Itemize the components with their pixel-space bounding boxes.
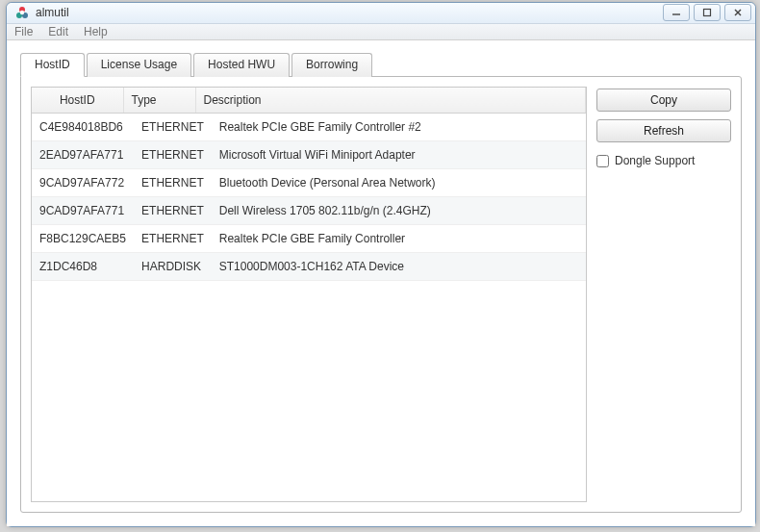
cell-hostid: C4E984018BD6 <box>32 114 134 141</box>
cell-description: ST1000DM003-1CH162 ATA Device <box>212 253 586 281</box>
table-row[interactable]: Z1DC46D8HARDDISKST1000DM003-1CH162 ATA D… <box>32 253 586 281</box>
svg-rect-5 <box>704 10 711 16</box>
menu-file[interactable]: File <box>14 25 33 38</box>
menubar: File Edit Help <box>7 24 755 40</box>
app-window: almutil File Edit Help HostID License Us… <box>6 2 756 527</box>
table-row[interactable]: 9CAD97AFA771ETHERNETDell Wireless 1705 8… <box>32 197 586 225</box>
cell-hostid: Z1DC46D8 <box>32 253 134 281</box>
col-header-hostid[interactable]: HostID <box>32 88 123 114</box>
table-body-scroll[interactable]: C4E984018BD6ETHERNETRealtek PCIe GBE Fam… <box>32 114 586 501</box>
table-header-row: HostID Type Description <box>32 88 586 114</box>
tab-license-usage[interactable]: License Usage <box>87 53 191 77</box>
maximize-button[interactable] <box>694 4 721 21</box>
side-button-panel: Copy Refresh Dongle Support <box>596 87 731 502</box>
cell-type: HARDDISK <box>134 253 212 281</box>
cell-description: Realtek PCIe GBE Family Controller <box>212 225 586 253</box>
cell-hostid: 9CAD97AFA772 <box>32 169 134 197</box>
table-row[interactable]: F8BC129CAEB5ETHERNETRealtek PCIe GBE Fam… <box>32 225 586 253</box>
cell-description: Dell Wireless 1705 802.11b/g/n (2.4GHZ) <box>212 197 586 225</box>
window-controls <box>663 4 751 21</box>
cell-description: Microsoft Virtual WiFi Miniport Adapter <box>212 141 586 169</box>
table-row[interactable]: 2EAD97AFA771ETHERNETMicrosoft Virtual Wi… <box>32 141 586 169</box>
tab-panel-hostid: HostID Type Description C4E984018BD6ETHE… <box>20 76 742 513</box>
cell-description: Realtek PCIe GBE Family Controller #2 <box>212 114 586 141</box>
cell-hostid: 9CAD97AFA771 <box>32 197 134 225</box>
dongle-support-checkbox[interactable] <box>596 155 609 167</box>
dongle-support-label: Dongle Support <box>615 154 695 167</box>
col-header-description[interactable]: Description <box>195 88 586 114</box>
cell-hostid: 2EAD97AFA771 <box>32 141 134 169</box>
content-area: HostID License Usage Hosted HWU Borrowin… <box>7 40 755 526</box>
tabstrip: HostID License Usage Hosted HWU Borrowin… <box>20 52 742 76</box>
table-row[interactable]: 9CAD97AFA772ETHERNETBluetooth Device (Pe… <box>32 169 586 197</box>
col-header-type[interactable]: Type <box>123 88 195 114</box>
minimize-button[interactable] <box>663 4 690 21</box>
cell-type: ETHERNET <box>134 225 212 253</box>
cell-description: Bluetooth Device (Personal Area Network) <box>212 169 586 197</box>
dongle-support-row[interactable]: Dongle Support <box>596 154 731 167</box>
menu-help[interactable]: Help <box>84 25 108 38</box>
table-row[interactable]: C4E984018BD6ETHERNETRealtek PCIe GBE Fam… <box>32 114 586 141</box>
tab-hostid[interactable]: HostID <box>20 53 85 77</box>
tab-borrowing[interactable]: Borrowing <box>291 53 372 77</box>
titlebar: almutil <box>7 3 755 24</box>
close-button[interactable] <box>724 4 751 21</box>
hostid-table: HostID Type Description C4E984018BD6ETHE… <box>31 87 587 502</box>
svg-point-3 <box>20 11 24 14</box>
window-title: almutil <box>36 6 69 19</box>
refresh-button[interactable]: Refresh <box>596 119 731 142</box>
app-icon <box>14 5 30 20</box>
cell-type: ETHERNET <box>134 114 212 141</box>
cell-hostid: F8BC129CAEB5 <box>32 225 134 253</box>
menu-edit[interactable]: Edit <box>48 25 68 38</box>
copy-button[interactable]: Copy <box>596 89 731 112</box>
cell-type: ETHERNET <box>134 141 212 169</box>
cell-type: ETHERNET <box>134 197 212 225</box>
cell-type: ETHERNET <box>134 169 212 197</box>
tab-hosted-hwu[interactable]: Hosted HWU <box>193 53 290 77</box>
